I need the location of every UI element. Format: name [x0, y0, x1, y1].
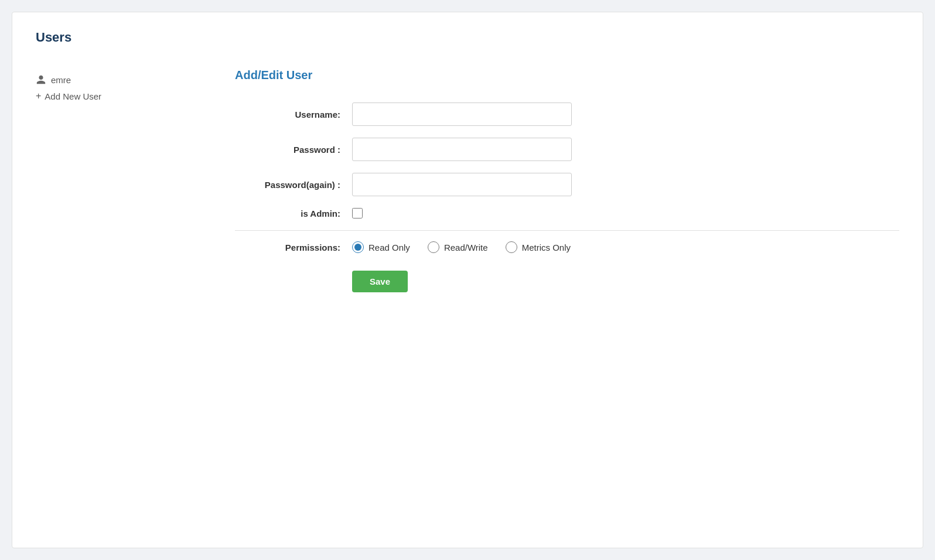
page-container: Users emre + Add New User Add/Edit User … — [12, 12, 923, 548]
sidebar-username: emre — [51, 75, 71, 85]
radio-read-write-label: Read/Write — [444, 243, 488, 252]
main-content: Add/Edit User Username: Password : Passw… — [200, 69, 899, 292]
user-icon — [36, 74, 46, 85]
username-input[interactable] — [352, 103, 572, 126]
username-row: Username: — [235, 103, 899, 126]
save-btn-row: Save — [235, 271, 899, 292]
radio-option-metrics-only[interactable]: Metrics Only — [506, 241, 571, 253]
password-label: Password : — [235, 145, 352, 155]
permissions-label: Permissions: — [235, 243, 352, 252]
sidebar: emre + Add New User — [36, 69, 200, 101]
plus-icon: + — [36, 91, 41, 101]
password-row: Password : — [235, 138, 899, 161]
sidebar-item-user[interactable]: emre — [36, 74, 200, 85]
radio-option-read-write[interactable]: Read/Write — [428, 241, 488, 253]
password-again-row: Password(again) : — [235, 173, 899, 196]
permissions-options: Read Only Read/Write Metrics Only — [352, 241, 571, 253]
content-area: emre + Add New User Add/Edit User Userna… — [36, 69, 899, 292]
username-label: Username: — [235, 110, 352, 119]
permissions-row: Permissions: Read Only Read/Write Metric… — [235, 230, 899, 253]
radio-option-read-only[interactable]: Read Only — [352, 241, 410, 253]
save-button[interactable]: Save — [352, 271, 408, 292]
radio-read-write[interactable] — [428, 241, 439, 253]
add-new-user-button[interactable]: + Add New User — [36, 91, 200, 101]
add-new-user-label: Add New User — [45, 91, 101, 101]
page-title: Users — [36, 30, 899, 45]
is-admin-row: is Admin: — [235, 208, 899, 218]
radio-metrics-only[interactable] — [506, 241, 517, 253]
password-again-input[interactable] — [352, 173, 572, 196]
radio-metrics-only-label: Metrics Only — [522, 243, 571, 252]
password-again-label: Password(again) : — [235, 180, 352, 190]
form-title: Add/Edit User — [235, 69, 899, 82]
radio-read-only-label: Read Only — [368, 243, 410, 252]
is-admin-checkbox[interactable] — [352, 208, 363, 218]
radio-read-only[interactable] — [352, 241, 364, 253]
password-input[interactable] — [352, 138, 572, 161]
is-admin-label: is Admin: — [235, 209, 352, 218]
